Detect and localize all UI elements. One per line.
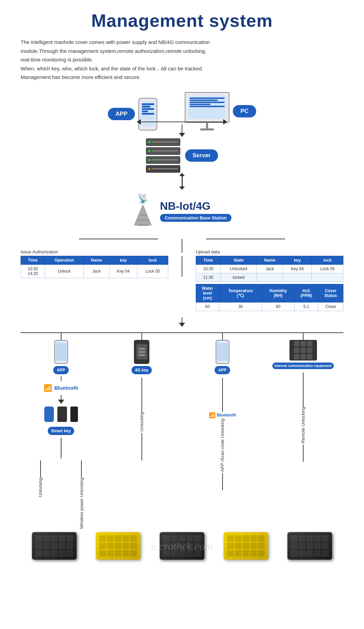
col-name-issue: Name — [84, 256, 109, 264]
app1-badge: APP — [53, 366, 69, 374]
issue-auth-table-section: Issue Authorization Time Operation Name … — [21, 249, 168, 311]
issue-auth-label: Issue Authorization — [21, 249, 168, 254]
unlocking-label-2: Unlocking — [139, 412, 144, 432]
col-operation: Operation — [45, 256, 83, 264]
device-col-internal: Internal communication equipment Remote … — [263, 333, 343, 462]
arrow-down-1 — [58, 400, 64, 404]
upload-data-table1: Time State Name key lock 10:30 Unlocked … — [196, 256, 343, 282]
key-card2-icon — [70, 407, 78, 422]
smart-keys-row — [44, 407, 78, 422]
device-col-4gkey: 4G key Unlocking — [101, 333, 182, 460]
diagram-section: APP — [21, 92, 343, 327]
key-card-icon — [57, 407, 67, 422]
manhole-5 — [280, 532, 340, 560]
nb-iot-section: 📡 NB-Iot/4G Communication Base Station — [133, 193, 232, 229]
upload-data-label: Upload data — [196, 249, 343, 254]
smart-key-badge: Smart key — [48, 427, 74, 435]
unlocking-label-1: Unlocking — [38, 478, 43, 497]
col-time-issue: Time — [21, 256, 45, 264]
upload-data-table2: Waterlevel(cm) Temperature(℃) Humidity(R… — [196, 284, 343, 311]
small-phone-1 — [54, 340, 68, 364]
internal-device-icon — [289, 340, 317, 361]
comm-base-badge: Communication Base Station — [160, 214, 232, 222]
updown-arrow — [179, 173, 185, 190]
app-scan-label: APP /Scan code Unlocking — [220, 419, 225, 472]
manhole-2 — [88, 532, 148, 560]
pc-badge: PC — [233, 105, 256, 117]
tower-icon: 📡 — [133, 193, 153, 229]
col-key-issue: key — [109, 256, 137, 264]
upload-data-table-section: Upload data Time State Name key lock — [196, 249, 343, 311]
server-icon — [146, 138, 180, 173]
description-block: The intelligent manhole cover comes with… — [21, 38, 343, 82]
bluetooth-icon: 📶 — [44, 384, 52, 392]
manhole-3 — [152, 532, 212, 560]
bluetooth-label: Bluetooth — [54, 385, 78, 391]
device-col-app1: APP 📶 Bluetooth Smart key — [21, 333, 101, 529]
table-row: 10:2014:20 Unlock Jack Key 04 Lock 05 — [21, 264, 168, 278]
bluetooth-section: 📶 Bluetooth — [44, 384, 78, 392]
bottom-section: APP 📶 Bluetooth Smart key — [21, 332, 343, 560]
tables-row: Issue Authorization Time Operation Name … — [21, 249, 343, 311]
4g-key-device — [134, 340, 149, 364]
device-col-app2: APP 📶 Bluetooth APP /Scan code Unlocking — [182, 333, 263, 490]
col-lock-issue: lock — [137, 256, 168, 264]
table-row: 11:30 locked — [196, 273, 343, 282]
4gkey-badge: 4G key — [132, 366, 152, 374]
nb-iot-label: NB-Iot/4G — [160, 200, 232, 213]
app3-badge: APP — [215, 366, 230, 374]
manhole-1 — [24, 532, 84, 560]
key-fob-icon — [44, 407, 54, 422]
issue-auth-table: Time Operation Name key lock 10:2014:20 … — [21, 256, 168, 278]
table-row: 60 30 80 5.1 Close — [196, 302, 343, 311]
manhole-4 — [216, 532, 276, 560]
server-badge: Server — [185, 149, 218, 162]
remote-unlocking-label: Remote Unlocking — [300, 407, 306, 443]
small-phone-2 — [216, 340, 229, 364]
internal-badge: Internal communication equipment — [272, 363, 333, 369]
page-title: Management system — [21, 10, 343, 31]
table-row: 10:30 Unlocked Jack Key 04 Lock 05 — [196, 264, 343, 273]
bt-label-2: Bluetooth — [217, 413, 236, 418]
wireless-unlocking-label: Wireless power Unlocking — [79, 478, 84, 529]
